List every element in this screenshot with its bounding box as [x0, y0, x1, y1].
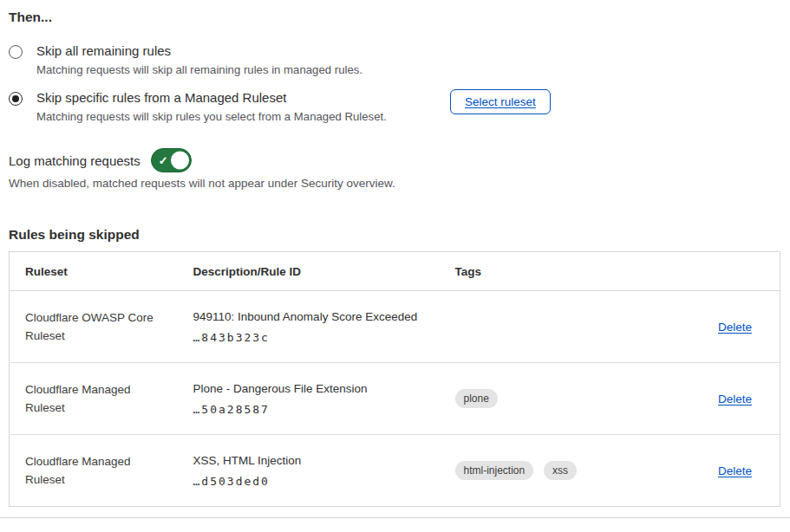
- column-header-description: Description/Rule ID: [178, 252, 440, 291]
- option-skip-all-label[interactable]: Skip all remaining rules: [36, 43, 362, 58]
- log-matching-toggle[interactable]: ✓: [151, 148, 192, 172]
- log-matching-description: When disabled, matched requests will not…: [9, 177, 395, 190]
- table-row: Cloudflare Managed Ruleset Plone - Dange…: [10, 363, 780, 435]
- tags-cell: html-injection xss: [440, 435, 676, 507]
- tags-cell: [440, 291, 676, 363]
- tag-pill: xss: [544, 461, 577, 480]
- radio-skip-specific[interactable]: [9, 92, 23, 106]
- rules-skipped-heading: Rules being skipped: [9, 227, 140, 243]
- log-matching-row: Log matching requests ✓: [9, 148, 192, 172]
- rule-description: XSS, HTML Injection: [193, 454, 431, 467]
- column-header-ruleset: Ruleset: [10, 252, 178, 291]
- tag-pill: html-injection: [455, 461, 534, 480]
- tags-cell: plone: [440, 363, 676, 435]
- option-skip-all-description: Matching requests will skip all remainin…: [36, 63, 362, 76]
- ruleset-name: Cloudflare OWASP Core Ruleset: [25, 308, 169, 345]
- column-header-actions: [676, 252, 780, 291]
- rule-description: 949110: Inbound Anomaly Score Exceeded: [193, 310, 431, 323]
- tag-pill: plone: [455, 389, 498, 408]
- rule-id: …d503ded0: [193, 475, 431, 488]
- rule-description: Plone - Dangerous File Extension: [193, 382, 431, 395]
- rule-id: …843b323c: [193, 331, 431, 344]
- bottom-divider: [0, 517, 790, 518]
- ruleset-name: Cloudflare Managed Ruleset: [25, 452, 169, 489]
- delete-link[interactable]: Delete: [718, 321, 752, 334]
- delete-link[interactable]: Delete: [718, 393, 752, 405]
- select-ruleset-button-label: Select ruleset: [465, 95, 536, 108]
- ruleset-name: Cloudflare Managed Ruleset: [25, 380, 169, 417]
- check-icon: ✓: [159, 155, 168, 166]
- column-header-tags: Tags: [440, 252, 676, 291]
- select-ruleset-button[interactable]: Select ruleset: [450, 89, 551, 114]
- log-matching-label: Log matching requests: [9, 153, 140, 168]
- table-header-row: Ruleset Description/Rule ID Tags: [10, 252, 780, 291]
- then-heading: Then...: [9, 10, 52, 25]
- table-row: Cloudflare Managed Ruleset XSS, HTML Inj…: [10, 435, 780, 507]
- option-skip-all: Skip all remaining rules Matching reques…: [9, 43, 362, 76]
- option-skip-specific: Skip specific rules from a Managed Rules…: [9, 90, 387, 123]
- option-skip-specific-label[interactable]: Skip specific rules from a Managed Rules…: [36, 90, 387, 105]
- table-row: Cloudflare OWASP Core Ruleset 949110: In…: [10, 291, 780, 363]
- option-skip-specific-description: Matching requests will skip rules you se…: [36, 110, 387, 123]
- rules-skipped-table: Ruleset Description/Rule ID Tags Cloudfl…: [9, 251, 780, 507]
- toggle-knob: [171, 152, 189, 170]
- delete-link[interactable]: Delete: [718, 464, 752, 477]
- rule-id: …50a28587: [193, 403, 431, 416]
- radio-skip-all[interactable]: [9, 45, 23, 59]
